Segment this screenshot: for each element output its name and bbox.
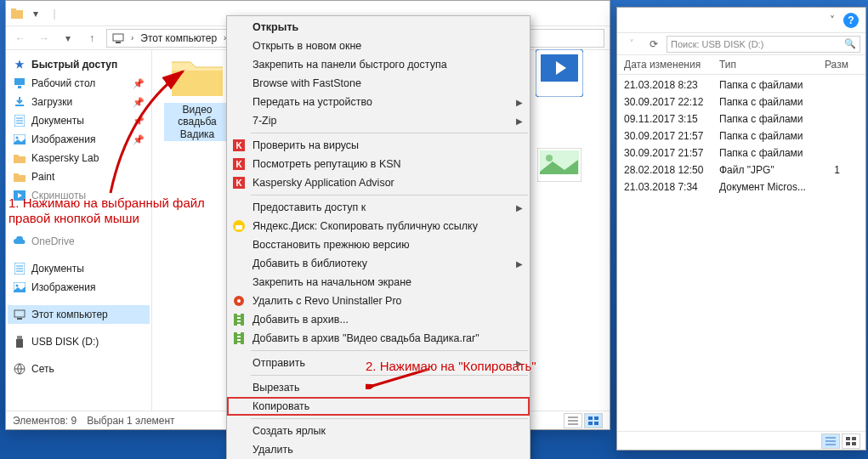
sidebar-item[interactable]: USB DISK (D:) [8,332,150,351]
table-row[interactable]: 30.09.2017 22:12Папка с файлами [624,94,859,110]
status-selection: Выбран 1 элемент [87,415,174,427]
forward-button[interactable]: → [35,29,54,48]
context-menu-label: Отправить [252,357,305,369]
context-menu-item[interactable]: Добавить в архив "Видео свадьба Вадика.r… [227,329,530,348]
sidebar-item[interactable]: OneDrive [8,232,150,251]
context-menu-item[interactable]: Закрепить на начальном экране [227,273,530,292]
svg-rect-2 [113,34,123,41]
sidebar-item-label: Сеть [31,363,54,375]
svg-rect-64 [237,337,241,339]
dropdown-icon[interactable]: ˅ [830,14,835,26]
folder-y-icon [13,151,26,165]
context-menu-item[interactable]: KПосмотреть репутацию в KSN [227,155,530,173]
svg-rect-3 [116,42,121,43]
context-menu-item[interactable]: Яндекс.Диск: Скопировать публичную ссылк… [227,217,530,235]
context-menu-label: Передать на устройство [252,96,372,108]
sidebar-item-label: Kaspersky Lab [31,152,99,164]
chevron-right-icon: › [128,33,137,42]
app-tile-icon [536,49,583,97]
context-menu-item[interactable]: Открыть [227,18,530,37]
context-menu-label: Удалить с Revo Uninstaller Pro [252,295,402,307]
k-red-icon: K [232,157,246,171]
context-menu-item[interactable]: Добавить в архив... [227,310,530,329]
refresh-button[interactable]: ⟳ [644,35,663,54]
column-headers[interactable]: Дата изменения Тип Разм [617,55,865,75]
sidebar-item-label: Изображения [31,281,95,293]
context-menu-item[interactable]: KKaspersky Application Advisor [227,173,530,192]
view-details-button[interactable] [564,413,582,428]
cell-type: Папка с файлами [719,96,821,108]
breadcrumb-label[interactable]: Этот компьютер [140,32,217,44]
context-menu-item[interactable]: Предоставить доступ к▶ [227,198,530,217]
context-menu-item[interactable]: Удалить [227,440,530,459]
explorer-window-right: ˅ ? ˅ ⟳ Поиск: USB DISK (D:) 🔍 Дата изме… [616,7,866,450]
context-menu-label: Проверить на вирусы [252,139,359,151]
sidebar-item[interactable]: Документы [8,259,150,278]
sidebar-item[interactable]: Этот компьютер [8,305,150,324]
table-row[interactable]: 30.09.2017 21:57Папка с файлами [624,128,859,144]
context-menu-item[interactable]: 7-Zip▶ [227,111,530,130]
image-file-icon [537,148,582,182]
search-box[interactable]: Поиск: USB DISK (D:) 🔍 [667,36,860,53]
back-button[interactable]: ← [11,29,30,48]
context-menu-label: Добавить в архив... [252,314,349,326]
table-row[interactable]: 28.02.2018 12:50Файл "JPG"1 [624,162,859,178]
cell-type: Файл "JPG" [719,164,821,176]
context-menu-label: Browse with FastStone [252,77,361,89]
context-menu-label: Предоставить доступ к [252,201,366,213]
cell-size [825,130,840,142]
context-menu-item[interactable]: Создать ярлык [227,422,530,440]
svg-rect-22 [17,336,22,339]
context-menu: ОткрытьОткрыть в новом окнеЗакрепить на … [226,15,530,459]
context-menu-item[interactable]: Восстановить прежнюю версию [227,235,530,254]
folder-icon [9,6,25,21]
dropdown-icon[interactable]: ▾ [28,6,43,21]
svg-rect-20 [14,310,25,317]
col-type[interactable]: Тип [719,59,821,71]
cell-type: Папка с файлами [719,113,821,125]
star-icon [13,58,26,71]
up-button[interactable]: ↑ [82,29,101,48]
sidebar-item[interactable]: Изображения [8,278,150,297]
context-menu-label: Восстановить прежнюю версию [252,239,410,251]
submenu-arrow-icon: ▶ [516,98,523,107]
history-dropdown[interactable]: ˅ [622,35,641,54]
context-menu-item[interactable]: KПроверить на вирусы [227,136,530,155]
svg-rect-31 [588,422,593,425]
col-date[interactable]: Дата изменения [624,59,716,71]
context-menu-item[interactable]: Удалить с Revo Uninstaller Pro [227,292,530,310]
context-menu-item[interactable]: Добавить в библиотеку▶ [227,254,530,273]
view-icons-button[interactable] [842,434,860,449]
context-menu-item[interactable]: Закрепить на панели быстрого доступа [227,55,530,74]
table-row[interactable]: 21.03.2018 7:34Документ Micros... [624,178,859,196]
context-menu-label: Открыть в новом окне [252,40,361,52]
svg-point-11 [16,137,19,139]
context-menu-label: 7-Zip [252,115,276,127]
context-menu-label: Копировать [252,400,309,412]
svg-rect-58 [237,315,241,317]
view-details-button[interactable] [821,434,840,449]
cell-size [825,79,840,91]
view-icons-button[interactable] [584,413,603,428]
k-red-icon: K [232,139,246,152]
history-dropdown[interactable]: ▾ [59,29,77,48]
yd-icon [232,219,246,233]
svg-rect-37 [852,437,856,440]
table-row[interactable]: 30.09.2017 21:57Папка с файлами [624,144,859,162]
svg-rect-1 [11,8,16,11]
table-row[interactable]: 21.03.2018 8:23Папка с файлами [624,76,859,94]
col-size[interactable]: Разм [825,59,859,71]
context-menu-item[interactable]: Копировать [227,397,530,416]
help-button[interactable]: ? [843,13,859,28]
pc-icon [13,308,26,321]
cell-size [825,113,840,125]
context-menu-item[interactable]: Передать на устройство▶ [227,93,530,111]
table-row[interactable]: 09.11.2017 3:15Папка с файлами [624,110,859,128]
cell-date: 21.03.2018 7:34 [624,181,716,193]
context-menu-item[interactable]: Browse with FastStone [227,74,530,93]
context-menu-item[interactable]: Открыть в новом окне [227,37,530,55]
sidebar-item-label: Рабочий стол [31,77,95,89]
context-menu-label: Посмотреть репутацию в KSN [252,158,401,170]
sidebar-item[interactable]: Сеть [8,360,150,378]
svg-rect-59 [237,319,241,320]
